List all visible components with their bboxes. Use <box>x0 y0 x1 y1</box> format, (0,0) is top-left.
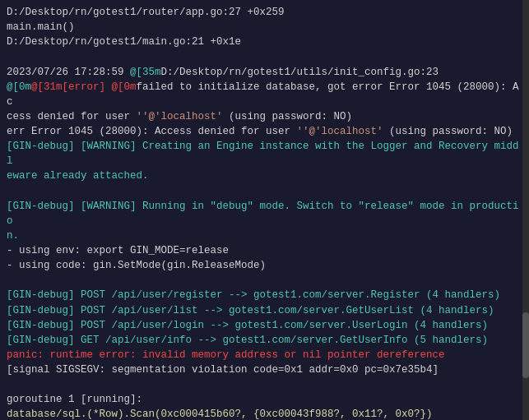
line-2: main.main() <box>7 21 75 33</box>
line-21: database/sql.(*Row).Scan(0xc000415b60?, … <box>7 408 433 420</box>
line-10: [GIN-debug] [WARNING] Running in "debug"… <box>7 201 519 227</box>
line-15: [GIN-debug] POST /api/user/list --> gote… <box>7 305 494 316</box>
line-4: 2023/07/26 17:28:59 @[35mD:/Desktop/rn/g… <box>7 67 439 78</box>
line-13: - using code: gin.SetMode(gin.ReleaseMod… <box>7 260 266 271</box>
line-16: [GIN-debug] POST /api/user/login --> got… <box>7 320 488 331</box>
line-20: goroutine 1 [running]: <box>7 394 142 405</box>
line-18: panic: runtime error: invalid memory add… <box>7 349 445 361</box>
line-7: err Error 1045 (28000): Access denied fo… <box>7 126 513 137</box>
line-9: eware already attached. <box>7 170 149 182</box>
terminal-output: D:/Desktop/rn/gotest1/router/app.go:27 +… <box>7 5 522 420</box>
line-6: cess denied for user ''@'localhost' (usi… <box>7 111 352 122</box>
scrollbar[interactable] <box>522 0 529 420</box>
line-17: [GIN-debug] GET /api/user/info --> gotes… <box>7 335 488 346</box>
line-8: [GIN-debug] [WARNING] Creating an Engine… <box>7 141 519 167</box>
line-19: [signal SIGSEGV: segmentation violation … <box>7 364 439 376</box>
line-3: D:/Desktop/rn/gotest1/main.go:21 +0x1e <box>7 36 241 48</box>
terminal-window: D:/Desktop/rn/gotest1/router/app.go:27 +… <box>0 0 529 420</box>
line-14: [GIN-debug] POST /api/user/register --> … <box>7 289 500 301</box>
line-1: D:/Desktop/rn/gotest1/router/app.go:27 +… <box>7 7 285 18</box>
line-11: n. <box>7 230 19 242</box>
scrollbar-thumb[interactable] <box>522 312 529 378</box>
line-12: - using env: export GIN_MODE=release <box>7 245 229 256</box>
line-5: @[0m@[31m[error] @[0mfailed to initializ… <box>7 81 519 108</box>
